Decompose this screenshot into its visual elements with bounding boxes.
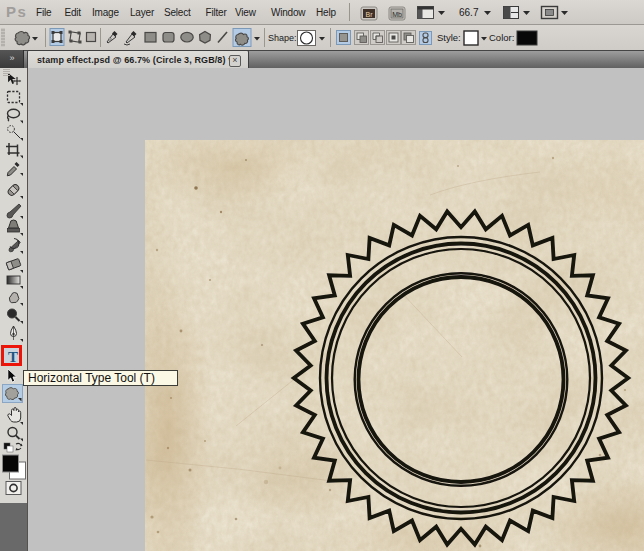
svg-text:66.7: 66.7 [459, 7, 479, 18]
svg-text:Shape:: Shape: [268, 33, 297, 43]
svg-text:Color:: Color: [489, 32, 514, 43]
svg-text:Br: Br [366, 11, 374, 18]
svg-text:Mb: Mb [392, 11, 402, 18]
svg-text:Style:: Style: [437, 32, 461, 43]
